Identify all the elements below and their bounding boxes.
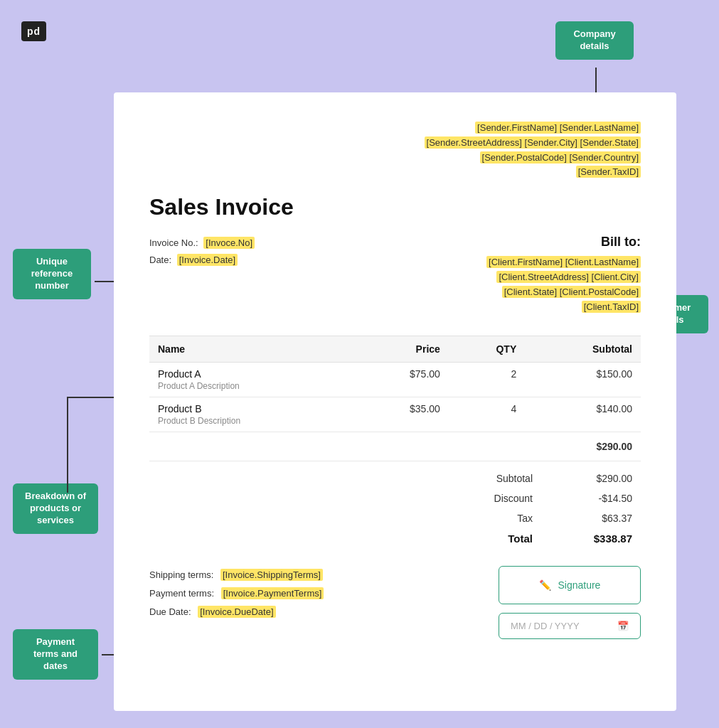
col-price: Price xyxy=(352,336,449,363)
date-placeholder: MM / DD / YYYY xyxy=(511,621,580,631)
table-empty-row: $290.00 xyxy=(149,432,641,461)
row1-product-name: Product A xyxy=(158,368,343,380)
col-subtotal: Subtotal xyxy=(525,336,641,363)
subtotal-value: $290.00 xyxy=(575,473,632,484)
sender-name: [Sender.FirstName] [Sender.LastName] xyxy=(149,121,641,136)
sender-taxid: [Sender.TaxID] xyxy=(149,165,641,180)
row1-qty: 2 xyxy=(449,363,525,397)
totals-section: Subtotal $290.00 Discount -$14.50 Tax $6… xyxy=(149,469,641,549)
annotation-breakdown-line-v xyxy=(67,397,68,493)
payment-terms-label: Payment terms: xyxy=(149,588,214,599)
logo-text: pd xyxy=(27,26,41,37)
invoice-footer: Shipping terms: [Invoice.ShippingTerms] … xyxy=(149,566,641,639)
client-state-postal-value: [Client.State] [Client.PostalCode] xyxy=(502,286,641,298)
sender-address-value: [Sender.StreetAddress] [Sender.City] [Se… xyxy=(425,136,641,149)
invoice-number-label: Invoice No.: xyxy=(149,237,198,248)
discount-label: Discount xyxy=(476,493,533,504)
sender-taxid-value: [Sender.TaxID] xyxy=(576,166,641,178)
signature-box[interactable]: ✏️ Signature xyxy=(499,566,641,604)
client-info: [Client.FirstName] [Client.LastName] [Cl… xyxy=(486,255,641,314)
signature-icon: ✏️ xyxy=(539,579,551,591)
invoice-title: Sales Invoice xyxy=(149,194,641,220)
signature-label: Signature xyxy=(558,579,600,591)
sender-address: [Sender.StreetAddress] [Sender.City] [Se… xyxy=(149,136,641,151)
grand-total-value: $338.87 xyxy=(575,532,632,545)
table-row: Product B Product B Description $35.00 4… xyxy=(149,397,641,432)
invoice-table: Name Price QTY Subtotal Product A Produc… xyxy=(149,336,641,461)
row1-name-cell: Product A Product A Description xyxy=(149,363,352,397)
shipping-terms-value: [Invoice.ShippingTerms] xyxy=(220,569,323,581)
table-row: Product A Product A Description $75.00 2… xyxy=(149,363,641,397)
calendar-icon: 📅 xyxy=(617,621,629,631)
invoice-meta-left: Invoice No.: [Invoce.No] Date: [Invoice.… xyxy=(149,235,255,268)
row2-qty: 4 xyxy=(449,397,525,432)
annotation-breakdown-label: Breakdown of products or services xyxy=(25,491,86,525)
logo: pd xyxy=(21,21,46,41)
row2-product-name: Product B xyxy=(158,403,343,414)
footer-left: Shipping terms: [Invoice.ShippingTerms] … xyxy=(149,566,470,621)
sender-postal-value: [Sender.PostalCode] [Sender.Country] xyxy=(480,151,641,164)
grand-total-label: Total xyxy=(476,532,533,545)
client-name-value: [Client.FirstName] [Client.LastName] xyxy=(486,256,641,268)
tax-row: Tax $63.37 xyxy=(149,508,641,528)
invoice-meta-row: Invoice No.: [Invoce.No] Date: [Invoice.… xyxy=(149,235,641,314)
invoice-paper: [Sender.FirstName] [Sender.LastName] [Se… xyxy=(114,92,676,711)
due-date-value: [Invoice.DueDate] xyxy=(198,606,275,618)
sender-postal: [Sender.PostalCode] [Sender.Country] xyxy=(149,151,641,166)
row2-name-cell: Product B Product B Description xyxy=(149,397,352,432)
bill-to-label: Bill to: xyxy=(486,235,641,250)
annotation-payment: Payment terms and dates xyxy=(13,629,98,680)
sender-info: [Sender.FirstName] [Sender.LastName] [Se… xyxy=(149,121,641,180)
discount-row: Discount -$14.50 xyxy=(149,488,641,508)
shipping-terms-row: Shipping terms: [Invoice.ShippingTerms] xyxy=(149,566,470,584)
due-date-label: Due Date: xyxy=(149,606,191,617)
due-date-row: Due Date: [Invoice.DueDate] xyxy=(149,603,470,621)
row2-subtotal: $140.00 xyxy=(525,397,641,432)
row-total-value: $290.00 xyxy=(525,432,641,461)
discount-value: -$14.50 xyxy=(575,493,632,504)
client-state-postal: [Client.State] [Client.PostalCode] xyxy=(486,285,641,300)
row1-product-desc: Product A Description xyxy=(158,381,343,391)
invoice-date-row: Date: [Invoice.Date] xyxy=(149,252,255,268)
row2-product-desc: Product B Description xyxy=(158,416,343,426)
footer-right: ✏️ Signature MM / DD / YYYY 📅 xyxy=(499,566,641,639)
annotation-company: Company details xyxy=(555,21,634,60)
client-address-value: [Client.StreetAddress] [Client.City] xyxy=(496,271,641,283)
invoice-date-label: Date: xyxy=(149,255,171,265)
client-taxid-value: [Client.TaxID] xyxy=(582,301,641,313)
annotation-breakdown: Breakdown of products or services xyxy=(13,483,98,534)
row1-price: $75.00 xyxy=(352,363,449,397)
invoice-number-value: [Invoce.No] xyxy=(203,237,255,249)
invoice-date-value: [Invoice.Date] xyxy=(177,254,238,266)
annotation-reference: Unique reference number xyxy=(13,249,91,299)
subtotal-row: Subtotal $290.00 xyxy=(149,469,641,488)
row2-price: $35.00 xyxy=(352,397,449,432)
bill-to-section: Bill to: [Client.FirstName] [Client.Last… xyxy=(486,235,641,314)
payment-terms-row: Payment terms: [Invoice.PaymentTerms] xyxy=(149,584,470,603)
payment-terms-value: [Invoice.PaymentTerms] xyxy=(221,587,324,599)
tax-label: Tax xyxy=(476,513,533,524)
client-name: [Client.FirstName] [Client.LastName] xyxy=(486,255,641,270)
sender-name-value: [Sender.FirstName] [Sender.LastName] xyxy=(475,122,641,134)
annotation-reference-label: Unique reference number xyxy=(31,256,73,291)
table-header-row: Name Price QTY Subtotal xyxy=(149,336,641,363)
subtotal-label: Subtotal xyxy=(476,473,533,484)
client-address: [Client.StreetAddress] [Client.City] xyxy=(486,270,641,285)
shipping-terms-label: Shipping terms: xyxy=(149,569,213,580)
client-taxid: [Client.TaxID] xyxy=(486,300,641,315)
row1-subtotal: $150.00 xyxy=(525,363,641,397)
col-name: Name xyxy=(149,336,352,363)
tax-value: $63.37 xyxy=(575,513,632,524)
grand-total-row: Total $338.87 xyxy=(149,528,641,549)
invoice-number-row: Invoice No.: [Invoce.No] xyxy=(149,235,255,251)
annotation-payment-label: Payment terms and dates xyxy=(33,636,78,671)
col-qty: QTY xyxy=(449,336,525,363)
date-box[interactable]: MM / DD / YYYY 📅 xyxy=(499,613,641,639)
annotation-company-label: Company details xyxy=(573,28,615,51)
